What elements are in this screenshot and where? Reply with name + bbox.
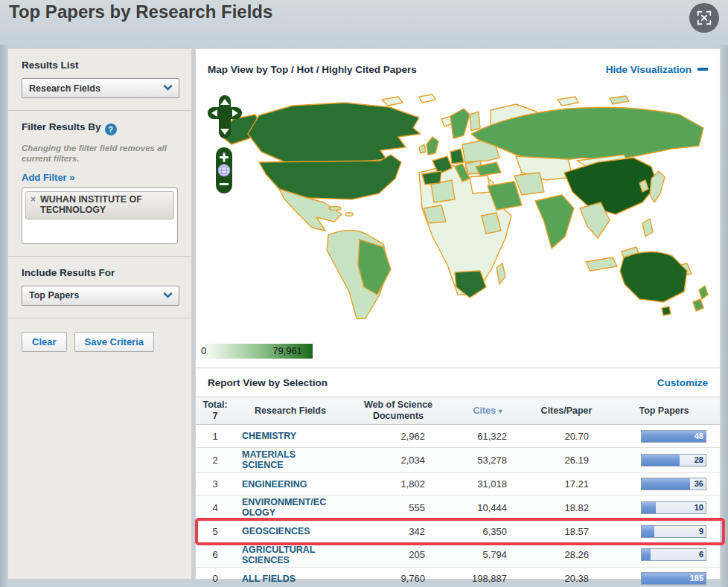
map-region-canada[interactable] [248,103,421,162]
zoom-control[interactable] [216,147,234,193]
map-region-australia[interactable] [620,251,687,302]
top-papers-bar-fill [642,502,656,513]
map-region-germany[interactable] [450,149,464,164]
research-field-link[interactable]: MATERIALS SCIENCE [242,449,333,471]
filter-section: Filter Results By? Changing the filter f… [8,111,191,257]
map-region-philippines[interactable] [642,219,653,237]
wos-documents-value: 1,802 [346,478,450,490]
column-header-wos-documents[interactable]: Web of Science Documents [346,400,450,422]
map-region-iran[interactable] [514,173,544,195]
cites-value: 10,444 [450,502,525,513]
row-rank: 1 [196,431,234,442]
table-row: 4 ENVIRONMENT/ECOLOGY 555 10,444 18.82 1… [196,495,720,520]
total-header: Total: 7 [196,400,234,422]
choropleth-map[interactable] [196,89,720,336]
row-rank: 0 [196,573,234,584]
map-region-uk[interactable] [427,137,438,155]
report-view-header: Report View by Selection Customize [196,368,720,397]
research-field-link[interactable]: ENGINEERING [242,479,307,490]
results-list-dropdown[interactable]: Research Fields [22,78,179,98]
cites-per-paper-value: 20.70 [525,431,608,442]
map-region[interactable] [345,213,353,216]
clear-button[interactable]: Clear [22,332,67,352]
top-papers-value: 6 [699,550,703,559]
map-region[interactable] [558,97,578,106]
results-list-section: Results List Research Fields [8,49,191,111]
table-row: 2 MATERIALS SCIENCE 2,034 53,278 26.19 2… [196,447,720,472]
sort-arrow-icon: ▾ [499,407,502,415]
map-region[interactable] [329,206,341,210]
top-papers-value: 185 [690,574,703,583]
chevron-down-icon [163,289,173,298]
research-field-link[interactable]: AGRICULTURAL SCIENCES [242,545,333,566]
include-results-dropdown[interactable]: Top Papers [22,286,179,306]
table-row: 3 ENGINEERING 1,802 31,018 17.21 36 [196,472,720,495]
results-list-value: Research Fields [29,83,100,94]
map-region-tasmania[interactable] [662,307,671,315]
filter-chip[interactable]: × WUHAN INSTITUTE OF TECHNOLOGY [25,191,174,219]
remove-filter-icon[interactable]: × [31,194,36,206]
cites-value: 5,794 [450,549,525,560]
top-papers-bar: 185 [641,572,706,585]
research-field-link[interactable]: ENVIRONMENT/ECOLOGY [242,497,333,519]
map-region[interactable] [470,176,491,193]
map-region-usa[interactable] [259,155,401,199]
top-papers-bar-fill [642,549,651,560]
map-region-indonesia[interactable] [586,257,617,271]
main-panel: Map View by Top / Hot / Highly Cited Pap… [195,48,721,580]
cites-per-paper-value: 26.19 [525,455,608,466]
pan-control[interactable] [208,95,242,140]
filter-box: × WUHAN INSTITUTE OF TECHNOLOGY [22,187,178,244]
research-field-link[interactable]: GEOSCIENCES [242,526,310,536]
map-region-madagascar[interactable] [496,263,505,284]
filter-note: Changing the filter field removes all cu… [22,143,178,164]
cites-value: 61,322 [450,431,525,442]
research-field-link[interactable]: CHEMISTRY [242,431,296,441]
map-region-scandinavia[interactable] [450,109,470,138]
table-body: 1 CHEMISTRY 2,962 61,322 20.70 48 2 MATE… [196,425,720,587]
save-criteria-button[interactable]: Save Criteria [74,332,155,352]
wos-documents-value: 9,760 [346,573,450,584]
cites-per-paper-value: 18.57 [525,526,608,537]
zoom-out-icon [220,183,229,185]
cites-per-paper-value: 18.82 [525,502,608,513]
row-rank: 3 [196,478,234,490]
map-region-ireland[interactable] [419,144,426,153]
column-header-research-fields[interactable]: Research Fields [234,405,346,417]
top-papers-bar: 28 [641,454,706,466]
map-region[interactable] [419,94,435,103]
map-region-new-zealand[interactable] [693,299,703,311]
top-papers-value: 36 [695,479,703,488]
add-filter-link[interactable]: Add Filter » [22,172,75,183]
cites-value: 53,278 [450,455,525,466]
fullscreen-button[interactable] [689,3,719,33]
cites-per-paper-value: 17.21 [525,478,608,490]
top-papers-bar: 6 [641,548,706,561]
top-papers-value: 48 [695,432,703,440]
world-map[interactable] [196,89,720,336]
criteria-buttons-section: Clear Save Criteria [8,318,191,364]
hide-visualization-link[interactable]: Hide Visualization [606,64,708,75]
row-rank: 6 [196,549,234,560]
map-region[interactable] [610,96,629,104]
expand-icon [696,10,712,26]
map-region[interactable] [382,97,403,106]
column-header-cites-per-paper[interactable]: Cites/Paper [525,405,608,417]
minus-icon [697,68,708,71]
research-field-link[interactable]: ALL FIELDS [242,574,296,584]
wos-documents-value: 205 [346,549,450,560]
map-region-new-zealand[interactable] [699,286,708,299]
table-header-row: Total: 7 Research Fields Web of Science … [196,397,720,425]
map-region[interactable] [424,205,446,223]
customize-link[interactable]: Customize [657,377,708,388]
include-results-value: Top Papers [29,290,79,301]
map-region-spain[interactable] [422,171,441,185]
table-row: 5 GEOSCIENCES 342 6,350 18.57 9 [196,520,720,542]
column-header-cites[interactable]: Cites ▾ [450,405,525,417]
help-icon[interactable]: ? [105,124,117,135]
map-region-finland[interactable] [470,112,480,131]
top-papers-bar-fill [642,526,654,537]
map-region-india[interactable] [535,195,574,248]
include-results-section: Include Results For Top Papers [8,257,191,318]
column-header-top-papers[interactable]: Top Papers [608,405,720,417]
